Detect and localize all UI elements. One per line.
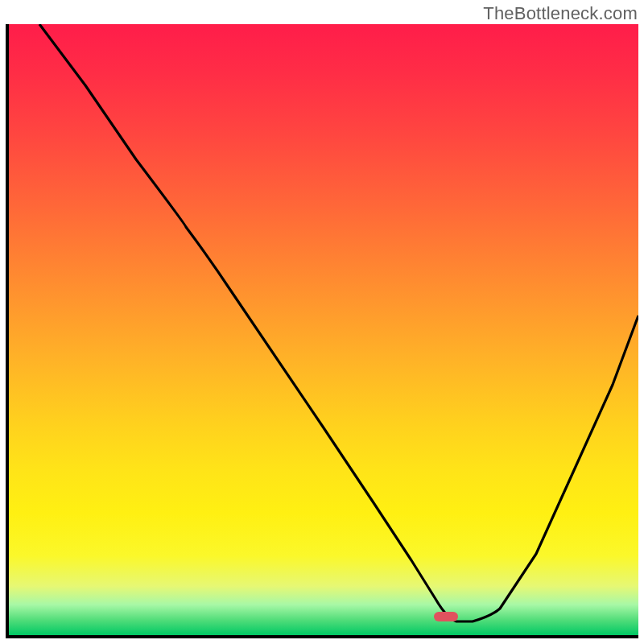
optimal-marker	[434, 612, 458, 621]
watermark-text: TheBottleneck.com	[483, 3, 638, 24]
bottleneck-curve-path	[39, 24, 638, 621]
curve-svg	[9, 24, 638, 635]
chart-container: TheBottleneck.com	[0, 0, 644, 644]
plot-area	[6, 24, 638, 638]
